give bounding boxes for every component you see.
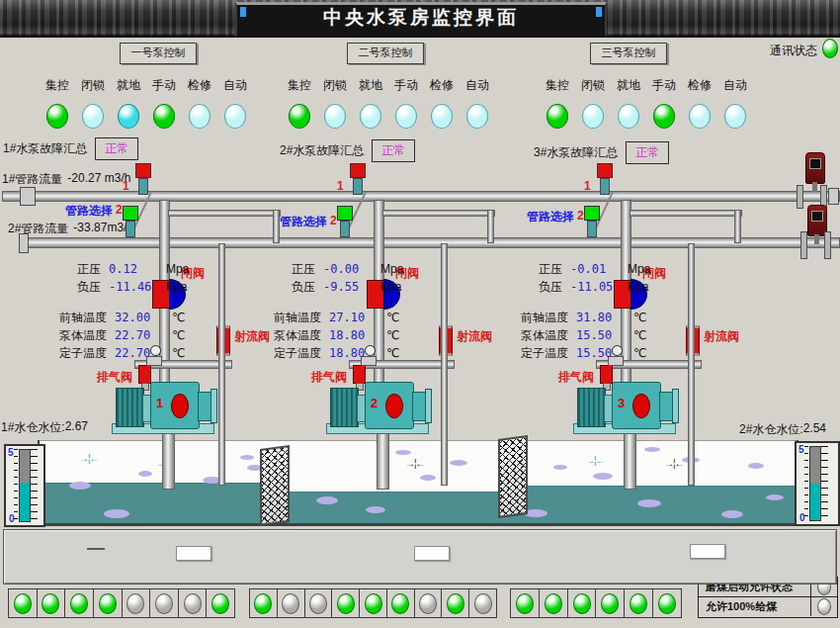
- bottom-status-cell: [442, 589, 469, 617]
- pump2-icon[interactable]: 2: [326, 379, 431, 438]
- line-select-control[interactable]: 管路选择 2: [65, 203, 123, 220]
- pump-impeller-icon: [632, 394, 650, 418]
- flow-meter-1-display: [809, 158, 821, 169]
- neg-pressure-unit: Kpa: [380, 280, 401, 294]
- temp-label: 前轴温度: [270, 310, 321, 326]
- temp-label: 前轴温度: [55, 310, 107, 326]
- bottom-status-cell: [305, 589, 333, 617]
- panel-button[interactable]: [690, 544, 725, 559]
- pos-pressure-value: -0.00: [315, 262, 380, 276]
- line1-select-valve[interactable]: [350, 163, 366, 195]
- pos-pressure-unit: Mpa: [380, 262, 403, 276]
- bottom-status-cell: [94, 589, 123, 617]
- bottom-status-lamp: [211, 593, 229, 614]
- bottom-status-lamp: [419, 593, 437, 614]
- line1-select-valve[interactable]: [597, 163, 613, 195]
- line-select-control[interactable]: 管路选择 2: [527, 209, 584, 225]
- water-highlight: [637, 499, 661, 507]
- crossover-pipe: [168, 210, 281, 217]
- water-highlight: [450, 460, 467, 466]
- temp-unit: ℃: [633, 311, 646, 324]
- line2-select-valve[interactable]: [337, 206, 353, 237]
- bottom-status-cell: [625, 589, 653, 617]
- neg-pressure-unit: Kpa: [628, 280, 648, 294]
- mode-indicator: 手动: [388, 77, 424, 132]
- line2-select-valve[interactable]: [123, 206, 138, 237]
- bottom-status-lamp: [516, 593, 534, 614]
- mode-lamp: [46, 104, 68, 129]
- mode-indicator: 闭锁: [317, 77, 353, 132]
- mode-indicator: 手动: [146, 77, 182, 132]
- line1-number: 1: [584, 179, 591, 193]
- pipe-line2: [22, 237, 840, 248]
- bottom-status-lamp: [126, 593, 144, 614]
- permit-lamp-cell: [811, 597, 837, 616]
- line2-select-valve[interactable]: [584, 206, 600, 237]
- pump3-temperature-readings: 前轴温度31.80℃ 泵体温度15.50℃ 定子温度15.50℃: [517, 309, 685, 362]
- sump1-level-readout: 1#水仓水位: 2.67: [1, 419, 88, 436]
- bottom-status-lamp: [70, 593, 88, 614]
- pump3-icon[interactable]: 3: [573, 379, 678, 438]
- pump3-control-button[interactable]: 三号泵控制: [590, 43, 667, 64]
- mode-lamp: [618, 104, 639, 129]
- jet-valve-label: 射流阀: [704, 328, 739, 345]
- fault-label: 2#水泵故障汇总: [280, 142, 364, 159]
- pump-body: 2: [365, 382, 414, 429]
- bottom-status-lamp: [545, 593, 562, 614]
- gauge-ticks: [821, 446, 828, 521]
- flow-label: 1#管路流量: [2, 171, 62, 188]
- temp-value: 15.50: [568, 328, 633, 342]
- neg-pressure-value: -9.55: [315, 280, 380, 294]
- pump1-icon[interactable]: 1: [112, 379, 216, 438]
- pump1-secondary-pipe: [218, 243, 225, 486]
- flow-meter-2-neck: [814, 234, 819, 244]
- gauge-ticks: [804, 446, 808, 521]
- temp-value: 15.50: [568, 346, 633, 360]
- pump-impeller-icon: [171, 394, 189, 418]
- water-highlight: [104, 509, 129, 518]
- bottom-status-lamp: [474, 593, 492, 614]
- mode-lamp: [189, 104, 210, 129]
- mode-lamp: [546, 104, 568, 129]
- pump-body: 1: [150, 382, 200, 429]
- mode-lamp: [324, 104, 346, 129]
- line-select-control[interactable]: 管路选择 2: [280, 214, 337, 230]
- permit-row: 允许100%给煤: [699, 597, 837, 616]
- mode-label: 就地: [611, 77, 646, 94]
- sump-level-value: 2.54: [803, 421, 826, 438]
- pump1-control-button[interactable]: 一号泵控制: [120, 43, 197, 64]
- temp-unit: ℃: [633, 346, 646, 360]
- pump2-control-button[interactable]: 二号泵控制: [347, 43, 424, 64]
- panel-button[interactable]: [176, 546, 211, 561]
- mode-indicator: 检修: [424, 77, 460, 132]
- flow-value: -20.27 m3/h: [67, 171, 130, 188]
- bottom-status-cell: [65, 589, 94, 617]
- bottom-status-lamp: [337, 593, 355, 614]
- temp-label: 定子温度: [517, 345, 568, 362]
- pump-number: 1: [156, 396, 163, 410]
- sump2-level-readout: 2#水仓水位: 2.54: [739, 421, 826, 438]
- bottom-status-lamp: [573, 593, 591, 614]
- mode-lamp: [118, 104, 139, 129]
- temp-unit: ℃: [172, 328, 185, 342]
- mode-indicator: 检修: [182, 77, 217, 132]
- pump-motor: [116, 388, 144, 427]
- pump2-mode-lamps: 集控闭锁就地手动检修自动: [282, 77, 495, 132]
- water-highlight: [553, 465, 567, 470]
- mode-lamp: [653, 104, 675, 129]
- mode-indicator: 闭锁: [75, 77, 111, 132]
- bottom-status-cell: [360, 589, 387, 617]
- permit-label: 允许100%给煤: [699, 597, 811, 616]
- flow-label: 2#管路流量: [8, 221, 68, 237]
- pump1-pressure-readings: 正压0.12Mpa 负压-11.46Kpa: [69, 260, 227, 296]
- line1-select-valve[interactable]: [135, 163, 151, 195]
- gauge-ticks: [31, 449, 38, 522]
- pos-pressure-unit: Mpa: [628, 262, 650, 276]
- panel-button[interactable]: [414, 546, 450, 561]
- screen-grating: [498, 435, 528, 518]
- bottom-status-lamp: [391, 593, 409, 614]
- flow-arrow-icon: →¦←: [664, 458, 684, 469]
- pump3-pressure-readings: 正压-0.01Mpa 负压-11.05Kpa: [531, 260, 689, 296]
- pump-outlet-flange: [210, 389, 217, 423]
- temp-label: 前轴温度: [517, 310, 568, 326]
